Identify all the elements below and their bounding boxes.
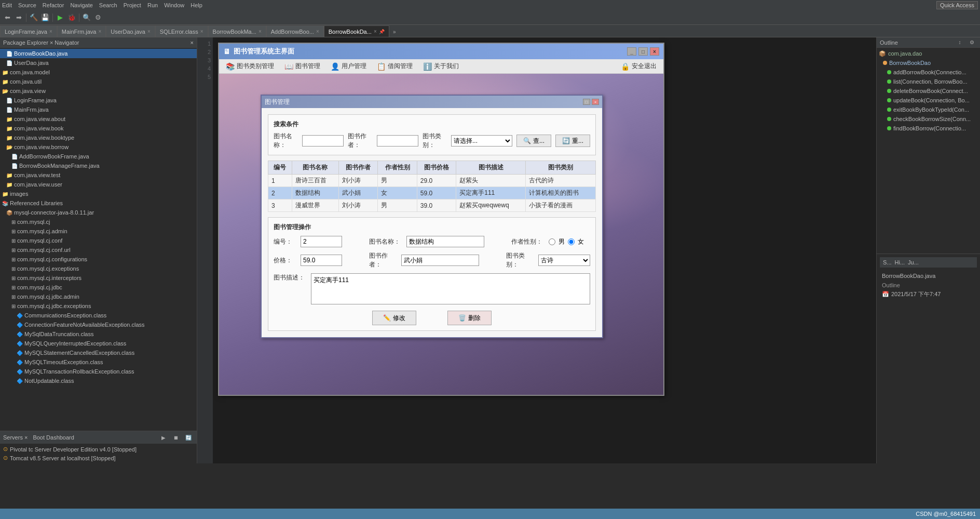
- tab-borrowbookda[interactable]: BorrowBookDa... × 📌: [324, 25, 389, 37]
- id-input[interactable]: [301, 236, 342, 247]
- gender-male-radio[interactable]: [549, 238, 555, 245]
- app-menu-bookcategory[interactable]: 📚 图书类别管理: [221, 61, 279, 72]
- win-minimize-btn[interactable]: _: [627, 47, 636, 56]
- servers-btn-3[interactable]: 🔄: [183, 432, 194, 443]
- toolbar-btn-debug[interactable]: 🐞: [66, 12, 77, 23]
- tree-item-commexc[interactable]: 🔷 CommunicationsException.class: [0, 311, 197, 320]
- app-menu-borrow[interactable]: 📋 借阅管理: [372, 61, 417, 72]
- tree-item-viewuser[interactable]: 📁 com.java.view.user: [0, 180, 197, 189]
- tree-item-images[interactable]: 📁 images: [0, 189, 197, 198]
- tree-item-borrowbookdao[interactable]: 📄 BorrowBookDao.java: [0, 49, 197, 58]
- tab-sqlerror[interactable]: SQLError.class ×: [155, 25, 208, 37]
- tree-item-mainfrm[interactable]: 📄 MainFrm.java: [0, 105, 197, 114]
- tree-item-javautil[interactable]: 📁 com.java.util: [0, 77, 197, 86]
- menu-edit[interactable]: Edit: [2, 2, 12, 8]
- tree-item-connfeature[interactable]: 🔷 ConnectionFeatureNotAvailableException…: [0, 320, 197, 329]
- tree-item-mysqlcjconfigs[interactable]: ⊞ com.mysql.cj.configurations: [0, 255, 197, 264]
- toolbar-btn-1[interactable]: ⬅: [2, 12, 12, 23]
- tab-close-borrowbookda[interactable]: ×: [374, 29, 377, 34]
- tree-item-mysqlcjconf[interactable]: ⊞ com.mysql.cj.conf: [0, 236, 197, 245]
- outline-tree[interactable]: 📦 com.java.dao BorrowBookDao addBorrowBo…: [877, 48, 980, 254]
- tree-item-viewborrow[interactable]: 📂 com.java.view.borrow: [0, 142, 197, 152]
- tab-close-mainfrm[interactable]: ×: [98, 29, 101, 34]
- toolbar-btn-search[interactable]: 🔍: [81, 12, 92, 23]
- outline-btn-2[interactable]: ⚙: [967, 37, 977, 48]
- tree-item-mysqlcjjdbcadmin[interactable]: ⊞ com.mysql.cj.jdbc.admin: [0, 292, 197, 301]
- toolbar-btn-settings[interactable]: ⚙: [93, 12, 103, 23]
- tree-item-mysqlcj[interactable]: ⊞ com.mysql.cj: [0, 217, 197, 227]
- book-type-search-select[interactable]: 请选择... 古代的诗 计算机相关的图书 小孩子看的漫画: [451, 135, 512, 147]
- servers-btn-1[interactable]: ▶: [158, 432, 169, 443]
- tree-item-mysqlcjjdbcexc[interactable]: ⊞ com.mysql.cj.jdbc.exceptions: [0, 301, 197, 311]
- tab-borrowmanage[interactable]: BorrowBookMa... ×: [208, 25, 266, 37]
- book-name-search-input[interactable]: [302, 135, 344, 147]
- outline-item-delete[interactable]: deleteBorrowBook(Connect...: [877, 86, 980, 96]
- price-input[interactable]: [301, 255, 342, 266]
- sub-win-close-btn[interactable]: ×: [592, 99, 599, 105]
- tree-item-mysqltimeout[interactable]: 🔷 MySQLTimeoutException.class: [0, 357, 197, 367]
- more-tabs-btn[interactable]: »: [389, 26, 400, 37]
- outline-btn-1[interactable]: ↕: [955, 37, 965, 48]
- book-author-input[interactable]: [401, 255, 479, 266]
- tree-item-mysqlcjintercept[interactable]: ⊞ com.mysql.cj.interceptors: [0, 273, 197, 283]
- panel-close-btn[interactable]: ×: [190, 39, 194, 46]
- outline-item-package[interactable]: 📦 com.java.dao: [877, 49, 980, 58]
- tab-mainfrm[interactable]: MainFrm.java ×: [57, 25, 106, 37]
- delete-btn[interactable]: 🗑️ 删除: [447, 311, 492, 325]
- outline-item-class[interactable]: BorrowBookDao: [877, 58, 980, 68]
- toolbar-btn-run[interactable]: ▶: [55, 12, 65, 23]
- modify-btn[interactable]: ✏️ 修改: [372, 311, 416, 325]
- tab-close-loginframe[interactable]: ×: [49, 29, 52, 34]
- tree-item-mysqldatatrunc[interactable]: 🔷 MySqlDataTruncation.class: [0, 329, 197, 339]
- tree-item-userdao[interactable]: 📄 UserDao.java: [0, 58, 197, 68]
- tree-item-mysqlcjadmin[interactable]: ⊞ com.mysql.cj.admin: [0, 227, 197, 236]
- menu-window[interactable]: Window: [164, 2, 184, 8]
- outline-item-addborrow[interactable]: addBorrowBook(Connectio...: [877, 68, 980, 77]
- menu-run[interactable]: Run: [147, 2, 158, 8]
- tree-item-mysqlcjconfurl[interactable]: ⊞ com.mysql.cj.conf.url: [0, 245, 197, 255]
- outline-item-checkborrow[interactable]: checkBookBorrowSize(Conn...: [877, 114, 980, 124]
- table-row[interactable]: 1 唐诗三百首 刘小涛 男 29.0 赵紫头 古代的诗: [268, 175, 596, 187]
- tree-item-javamodel[interactable]: 📁 com.java.model: [0, 68, 197, 77]
- menu-refactor[interactable]: Refactor: [43, 2, 64, 8]
- servers-btn-2[interactable]: ⏹: [171, 432, 181, 443]
- tab-pin-icon[interactable]: 📌: [379, 29, 385, 34]
- tree-item-mysqlcjexc[interactable]: ⊞ com.mysql.cj.exceptions: [0, 264, 197, 273]
- tree-item-addborrow[interactable]: 📄 AddBorrowBookFrame.java: [0, 152, 197, 161]
- gender-female-radio[interactable]: [568, 238, 575, 245]
- sub-win-maximize-btn[interactable]: □: [583, 99, 590, 105]
- tree-item-loginframe[interactable]: 📄 LoginFrame.java: [0, 96, 197, 105]
- tree-item-viewtest[interactable]: 📁 com.java.view.test: [0, 170, 197, 180]
- tree-item-mysqlcjjdbc[interactable]: ⊞ com.mysql.cj.jdbc: [0, 283, 197, 292]
- tab-close-borrowmanage[interactable]: ×: [258, 29, 262, 34]
- win-close-btn[interactable]: ×: [650, 47, 659, 56]
- tree-item-borrowmanage[interactable]: 📄 BorrowBookManageFrame.java: [0, 161, 197, 170]
- app-menu-about[interactable]: ℹ️ 关于我们: [418, 61, 464, 72]
- search-reset-btn[interactable]: 🔄 重...: [555, 135, 590, 147]
- app-menu-logout[interactable]: 🔒 安全退出: [616, 61, 661, 72]
- table-row-selected[interactable]: 2 数据结构 武小娟 女 59.0 买定离手111 计算机相关的图书: [268, 187, 596, 199]
- menu-navigate[interactable]: Navigate: [70, 2, 92, 8]
- tree-item-reflibs[interactable]: 📚 Referenced Libraries: [0, 198, 197, 208]
- menu-source[interactable]: Source: [18, 2, 36, 8]
- tab-addborrow[interactable]: AddBorrowBoo... ×: [266, 25, 324, 37]
- table-row[interactable]: 3 漫威世界 刘小涛 男 39.0 赵紫买qweqwewq 小孩子看的漫画: [268, 199, 596, 212]
- outline-item-exitbook[interactable]: exitBookByBookTypeId(Con...: [877, 105, 980, 114]
- tree-item-mysqltxrollback[interactable]: 🔷 MySQLTransactionRollbackException.clas…: [0, 367, 197, 376]
- tab-close-addborrow[interactable]: ×: [316, 29, 319, 34]
- tab-close-userdao[interactable]: ×: [147, 29, 151, 34]
- book-name-input[interactable]: [406, 236, 484, 247]
- app-menu-usermanage[interactable]: 👤 用户管理: [326, 61, 371, 72]
- tree-item-mysqlstmt[interactable]: 🔷 MySQLStatementCancelledException.class: [0, 348, 197, 357]
- outline-item-findborrow[interactable]: findBookBorrow(Connectio...: [877, 124, 980, 133]
- menu-help[interactable]: Help: [190, 2, 202, 8]
- toolbar-btn-3[interactable]: 🔨: [29, 12, 39, 23]
- book-desc-textarea[interactable]: 买定离手111: [311, 273, 590, 304]
- search-query-btn[interactable]: 🔍 查...: [516, 135, 551, 147]
- tab-close-sqlerror[interactable]: ×: [200, 29, 203, 34]
- menu-search[interactable]: Search: [99, 2, 117, 8]
- toolbar-btn-4[interactable]: 💾: [40, 12, 50, 23]
- menu-project[interactable]: Project: [124, 2, 141, 8]
- file-tree[interactable]: 📄 BorrowBookDao.java 📄 UserDao.java 📁 co…: [0, 48, 197, 431]
- tree-item-viewabout[interactable]: 📁 com.java.view.about: [0, 114, 197, 124]
